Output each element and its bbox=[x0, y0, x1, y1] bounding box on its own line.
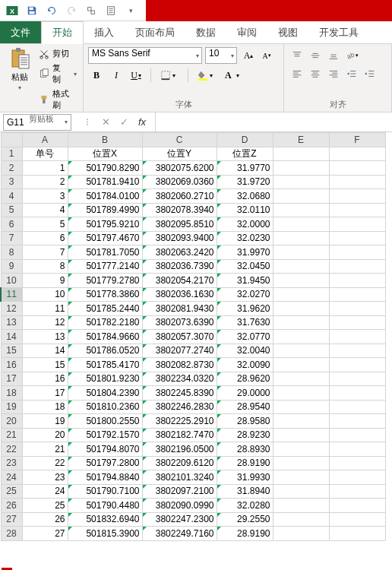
cell[interactable]: 3802082.8730 bbox=[142, 358, 217, 372]
tab-review[interactable]: 审阅 bbox=[226, 21, 267, 43]
cell[interactable]: 32.0040 bbox=[217, 344, 273, 358]
cell[interactable]: 501794.8840 bbox=[68, 470, 142, 485]
tab-home[interactable]: 开始 bbox=[41, 21, 84, 44]
cell[interactable] bbox=[329, 358, 385, 372]
cell[interactable] bbox=[273, 175, 329, 189]
cell[interactable]: 28.9620 bbox=[217, 372, 273, 386]
cell[interactable]: 501794.8070 bbox=[68, 442, 142, 457]
formula-input[interactable] bbox=[156, 114, 392, 131]
cell[interactable]: 3802246.2830 bbox=[142, 400, 217, 414]
row-header[interactable]: 23 bbox=[1, 456, 22, 470]
row-header[interactable]: 25 bbox=[1, 484, 22, 499]
row-header[interactable]: 17 bbox=[1, 372, 22, 386]
cell[interactable] bbox=[273, 274, 329, 288]
cell[interactable]: 1 bbox=[22, 161, 68, 176]
align-center-button[interactable] bbox=[307, 65, 324, 82]
cell[interactable]: 31.9450 bbox=[217, 274, 273, 288]
cell[interactable]: 3802077.2740 bbox=[142, 344, 217, 358]
cell[interactable] bbox=[329, 147, 385, 161]
cell[interactable]: 位置X bbox=[68, 147, 142, 161]
cell[interactable]: 31.9770 bbox=[217, 161, 273, 176]
cell[interactable]: 3802036.7390 bbox=[142, 259, 217, 274]
cell[interactable]: 15 bbox=[22, 358, 68, 372]
cell[interactable] bbox=[329, 302, 385, 316]
cell[interactable]: 31.9970 bbox=[217, 245, 273, 260]
cell[interactable]: 6 bbox=[22, 231, 68, 245]
cell[interactable] bbox=[273, 499, 329, 513]
cell[interactable]: 3802247.2300 bbox=[142, 512, 217, 527]
cell[interactable]: 32.0090 bbox=[217, 358, 273, 372]
column-header-C[interactable]: C bbox=[142, 133, 217, 147]
cell[interactable]: 501779.2780 bbox=[68, 274, 142, 288]
row-header[interactable]: 9 bbox=[1, 259, 22, 274]
cell[interactable] bbox=[273, 231, 329, 245]
row-header[interactable]: 5 bbox=[1, 203, 22, 217]
row-header[interactable]: 11 bbox=[1, 287, 22, 302]
cell[interactable]: 3802054.2170 bbox=[142, 274, 217, 288]
cell[interactable]: 501782.2180 bbox=[68, 315, 142, 330]
enter-formula-icon[interactable]: ✓ bbox=[115, 115, 132, 130]
cell[interactable]: 501785.4170 bbox=[68, 358, 142, 372]
cell[interactable]: 3802234.0320 bbox=[142, 372, 217, 386]
more-icon[interactable] bbox=[103, 3, 119, 18]
cell[interactable]: 501795.9210 bbox=[68, 217, 142, 232]
cell[interactable]: 位置Z bbox=[217, 147, 273, 161]
cell[interactable] bbox=[273, 358, 329, 372]
format-painter-button[interactable]: 格式刷 bbox=[37, 87, 78, 112]
row-header[interactable]: 16 bbox=[1, 358, 22, 372]
column-header-F[interactable]: F bbox=[329, 133, 385, 147]
cell[interactable]: 28.9540 bbox=[217, 400, 273, 414]
cell[interactable]: 3802182.7470 bbox=[142, 428, 217, 442]
cell[interactable] bbox=[329, 217, 385, 232]
increase-font-button[interactable]: A▴ bbox=[240, 47, 257, 64]
cell[interactable]: 3802078.3940 bbox=[142, 203, 217, 217]
cut-button[interactable]: 剪切 bbox=[37, 47, 78, 60]
column-header-A[interactable]: A bbox=[22, 133, 68, 147]
cell[interactable]: 32.0280 bbox=[217, 499, 273, 513]
cell[interactable]: 501810.2360 bbox=[68, 400, 142, 414]
cell[interactable] bbox=[329, 527, 385, 541]
cell[interactable]: 501790.8290 bbox=[68, 161, 142, 176]
column-header-B[interactable]: B bbox=[68, 133, 142, 147]
cell[interactable]: 3802075.6200 bbox=[142, 161, 217, 176]
italic-button[interactable]: I bbox=[108, 67, 125, 84]
cell[interactable]: 501786.0520 bbox=[68, 344, 142, 358]
cell[interactable]: 3802093.9400 bbox=[142, 231, 217, 245]
cell[interactable]: 31.9720 bbox=[217, 175, 273, 189]
align-left-button[interactable] bbox=[289, 65, 305, 82]
cell[interactable] bbox=[273, 203, 329, 217]
cell[interactable]: 3802095.8510 bbox=[142, 217, 217, 232]
increase-indent-button[interactable] bbox=[362, 65, 378, 82]
cell[interactable] bbox=[329, 330, 385, 344]
select-all-corner[interactable] bbox=[1, 133, 22, 147]
cell[interactable] bbox=[273, 330, 329, 344]
cell[interactable]: 17 bbox=[22, 386, 68, 401]
align-bottom-button[interactable] bbox=[325, 47, 342, 64]
align-right-button[interactable] bbox=[325, 65, 342, 82]
row-header[interactable]: 27 bbox=[1, 512, 22, 527]
cell[interactable]: 501784.9660 bbox=[68, 330, 142, 344]
cell[interactable]: 3802057.3070 bbox=[142, 330, 217, 344]
tab-view[interactable]: 视图 bbox=[267, 21, 308, 43]
border-button[interactable]: ▾ bbox=[157, 67, 182, 84]
cell[interactable]: 13 bbox=[22, 330, 68, 344]
tab-file[interactable]: 文件 bbox=[0, 21, 41, 43]
cell[interactable]: 501800.2550 bbox=[68, 414, 142, 429]
tab-insert[interactable]: 插入 bbox=[84, 21, 125, 43]
cell[interactable]: 501797.4670 bbox=[68, 231, 142, 245]
cell[interactable]: 3802245.8390 bbox=[142, 386, 217, 401]
cell[interactable] bbox=[329, 189, 385, 204]
cell[interactable] bbox=[273, 428, 329, 442]
row-header[interactable]: 24 bbox=[1, 470, 22, 485]
cell[interactable]: 31.9930 bbox=[217, 470, 273, 485]
cancel-formula-icon[interactable]: ✕ bbox=[97, 115, 114, 130]
excel-icon[interactable]: X bbox=[5, 3, 20, 18]
cell[interactable] bbox=[329, 231, 385, 245]
cell[interactable] bbox=[329, 470, 385, 485]
row-header[interactable]: 26 bbox=[1, 499, 22, 513]
cell[interactable]: 29.0000 bbox=[217, 386, 273, 401]
cell[interactable] bbox=[329, 315, 385, 330]
cell[interactable]: 501790.4480 bbox=[68, 499, 142, 513]
cell[interactable]: 32.0110 bbox=[217, 203, 273, 217]
cell[interactable]: 3802196.0500 bbox=[142, 442, 217, 457]
